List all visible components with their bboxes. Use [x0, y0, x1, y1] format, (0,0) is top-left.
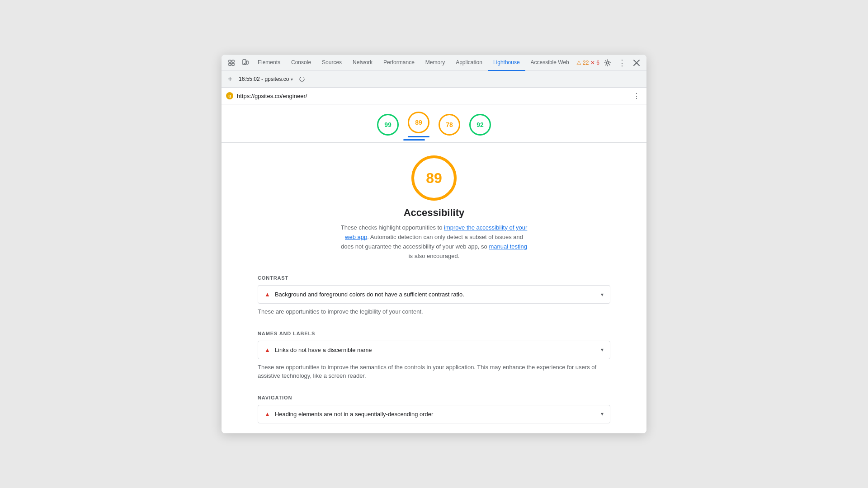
tab-sources[interactable]: Sources [316, 55, 347, 71]
navigation-item-text: Heading elements are not in a sequential… [275, 411, 601, 418]
names-labels-section-desc: These are opportunities to improve the s… [258, 363, 610, 380]
score-circle-seo[interactable]: 92 [469, 114, 491, 136]
tab-performance[interactable]: Performance [378, 55, 420, 71]
warning-count: 22 [583, 60, 589, 66]
main-score-section: 89 Accessibility These checks highlight … [222, 146, 646, 268]
svg-rect-0 [229, 60, 231, 62]
devtools-tabs: Elements Console Sources Network Perform… [252, 55, 576, 71]
audit-item-names-labels: ▲ Links do not have a discernible name ▾ [258, 341, 610, 359]
desc-after: is also encouraged. [409, 253, 460, 259]
navigation-chevron: ▾ [601, 411, 604, 417]
error-badge[interactable]: ✕ 6 [590, 60, 599, 66]
inspect-icon-btn[interactable] [225, 56, 238, 69]
names-labels-label: NAMES AND LABELS [258, 331, 610, 336]
time-text: 16:55:02 - gpsites.co [239, 76, 289, 82]
tab-elements[interactable]: Elements [252, 55, 286, 71]
tab-accessible-web[interactable]: Accessible Web [525, 55, 575, 71]
error-count: 6 [596, 60, 599, 66]
device-toolbar-btn[interactable] [239, 56, 251, 69]
audit-section-names-labels: NAMES AND LABELS ▲ Links do not have a d… [222, 324, 646, 388]
devtools-window: Elements Console Sources Network Perform… [222, 55, 646, 433]
settings-btn[interactable] [601, 56, 614, 69]
navigation-warning-icon: ▲ [264, 411, 270, 418]
score-circles-row: 99 89 78 92 [222, 104, 646, 141]
time-chevron: ▾ [291, 77, 293, 82]
score-circle-performance[interactable]: 99 [377, 114, 399, 136]
audit-item-contrast: ▲ Background and foreground colors do no… [258, 285, 610, 304]
score-circle-best-practices[interactable]: 78 [439, 114, 460, 136]
audit-item-contrast-header[interactable]: ▲ Background and foreground colors do no… [258, 286, 610, 303]
time-display[interactable]: 16:55:02 - gpsites.co ▾ [239, 76, 293, 82]
tab-application[interactable]: Application [450, 55, 488, 71]
svg-rect-1 [232, 60, 234, 62]
error-icon: ✕ [590, 60, 595, 66]
names-labels-warning-icon: ▲ [264, 347, 270, 353]
score-circle-accessibility-wrapper: 89 [408, 112, 429, 137]
toolbar-right: ⚠ 22 ✕ 6 ⋮ [576, 56, 643, 69]
audit-item-navigation: ▲ Heading elements are not in a sequenti… [258, 405, 610, 423]
desc-link2[interactable]: manual testing [489, 243, 527, 250]
names-labels-item-text: Links do not have a discernible name [275, 347, 601, 353]
warning-badge[interactable]: ⚠ 22 [576, 60, 589, 66]
audit-item-names-labels-header[interactable]: ▲ Links do not have a discernible name ▾ [258, 341, 610, 359]
svg-rect-3 [232, 63, 234, 66]
devtools-content: 99 89 78 92 89 [222, 104, 646, 433]
favicon: g [226, 92, 233, 99]
close-devtools-btn[interactable] [630, 56, 643, 69]
tab-memory[interactable]: Memory [420, 55, 450, 71]
active-score-underline [403, 139, 425, 141]
url-bar-row: g https://gpsites.co/engineer/ ⋮ [222, 88, 646, 104]
audit-section-navigation: NAVIGATION ▲ Heading elements are not in… [222, 388, 646, 433]
svg-rect-5 [246, 61, 248, 64]
more-options-btn[interactable]: ⋮ [616, 56, 628, 69]
contrast-item-text: Background and foreground colors do not … [275, 291, 601, 298]
names-labels-chevron: ▾ [601, 347, 604, 353]
contrast-chevron: ▾ [601, 291, 604, 298]
audit-item-navigation-header[interactable]: ▲ Heading elements are not in a sequenti… [258, 405, 610, 423]
tab-console[interactable]: Console [286, 55, 316, 71]
score-circle-accessibility[interactable]: 89 [408, 112, 429, 133]
main-score-desc: These checks highlight opportunities to … [339, 223, 529, 261]
url-text: https://gpsites.co/engineer/ [237, 93, 627, 99]
contrast-warning-icon: ▲ [264, 291, 270, 298]
svg-rect-2 [229, 63, 231, 66]
divider [222, 142, 646, 143]
add-tab-btn[interactable]: + [225, 74, 235, 84]
main-score-circle: 89 [411, 155, 457, 201]
reload-btn[interactable] [297, 74, 307, 84]
desc-before: These checks highlight opportunities to [341, 224, 444, 231]
contrast-section-desc: These are opportunities to improve the l… [258, 307, 610, 316]
url-more-btn[interactable]: ⋮ [631, 90, 642, 101]
audit-section-contrast: CONTRAST ▲ Background and foreground col… [222, 268, 646, 324]
navigation-label: NAVIGATION [258, 395, 610, 400]
tab-lighthouse[interactable]: Lighthouse [488, 55, 525, 71]
contrast-label: CONTRAST [258, 275, 610, 281]
main-score-title: Accessibility [404, 207, 465, 219]
devtools-toolbar: Elements Console Sources Network Perform… [222, 55, 646, 71]
tab-network[interactable]: Network [347, 55, 378, 71]
address-bar: + 16:55:02 - gpsites.co ▾ [222, 71, 646, 88]
warning-icon: ⚠ [576, 60, 581, 66]
